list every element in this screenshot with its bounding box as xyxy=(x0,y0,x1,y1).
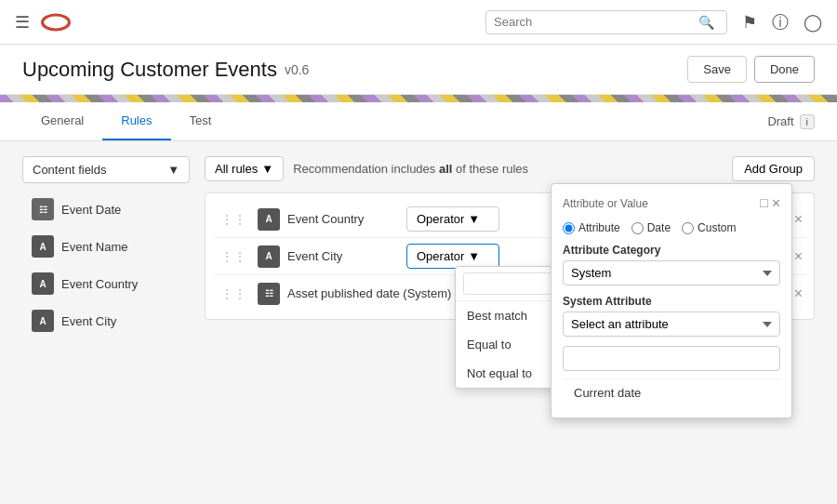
current-date-button[interactable]: Current date xyxy=(563,378,780,406)
field-label: Event City xyxy=(61,314,116,328)
add-group-button[interactable]: Add Group xyxy=(732,156,815,181)
svg-point-0 xyxy=(43,15,70,30)
field-label: Event Name xyxy=(61,240,128,254)
field-label: Event Date xyxy=(61,203,121,217)
attribute-text-input[interactable] xyxy=(563,346,780,371)
panel-close-icon[interactable]: × xyxy=(772,195,780,212)
tab-test[interactable]: Test xyxy=(171,102,231,140)
category-label: Attribute Category xyxy=(563,244,780,257)
system-attr-label: System Attribute xyxy=(563,295,780,308)
draft-label: Draft xyxy=(767,114,793,128)
attribute-panel: Attribute or Value □ × Attribute Date Cu… xyxy=(551,183,792,418)
field-grid-icon: ☷ xyxy=(32,198,54,220)
help-icon[interactable]: ⓘ xyxy=(772,11,789,33)
field-label: Event Country xyxy=(61,277,138,291)
oracle-logo xyxy=(41,13,71,32)
rules-area: All rules ▼ Recommendation includes all … xyxy=(205,156,815,482)
tabs-bar: General Rules Test Draft i xyxy=(0,102,837,141)
search-input[interactable] xyxy=(494,15,698,29)
rules-wrapper: ⋮⋮ A Event Country Operator ▼ × ⋮⋮ A Eve… xyxy=(205,192,815,320)
left-sidebar: Content fields ▼ ☷ Event Date A Event Na… xyxy=(22,156,190,482)
done-button[interactable]: Done xyxy=(754,56,815,83)
tabs: General Rules Test xyxy=(22,102,230,140)
decorative-banner xyxy=(0,95,837,102)
top-nav: ☰ 🔍 ⚑ ⓘ ◯ xyxy=(0,0,837,45)
field-text-icon: A xyxy=(32,235,54,258)
all-rules-button[interactable]: All rules ▼ xyxy=(205,156,284,181)
radio-attribute[interactable]: Attribute xyxy=(563,221,620,234)
user-icon[interactable]: ◯ xyxy=(804,12,822,33)
field-event-country[interactable]: A Event Country xyxy=(22,265,190,302)
nav-icons: ⚑ ⓘ ◯ xyxy=(742,11,822,33)
rule-field-icon-text: A xyxy=(258,208,280,231)
rules-description: Recommendation includes all of these rul… xyxy=(293,162,723,176)
field-text-icon: A xyxy=(32,310,54,332)
all-rules-chevron-icon: ▼ xyxy=(261,162,273,176)
rule-field-icon-grid: ☷ xyxy=(258,283,280,305)
draft-badge[interactable]: i xyxy=(800,114,815,129)
field-event-city[interactable]: A Event City xyxy=(22,302,190,339)
rule-field-name: Event City xyxy=(287,249,399,263)
attribute-panel-header: Attribute or Value □ × xyxy=(563,195,780,212)
content-area: Content fields ▼ ☷ Event Date A Event Na… xyxy=(0,141,837,497)
radio-custom[interactable]: Custom xyxy=(682,221,736,234)
hamburger-icon[interactable]: ☰ xyxy=(15,12,30,33)
rule-field-name: Asset published date (System) xyxy=(287,286,451,300)
operator-label: Operator xyxy=(417,249,464,263)
rule-close-button[interactable]: × xyxy=(794,248,803,265)
flag-icon[interactable]: ⚑ xyxy=(742,12,757,33)
rule-field-name: Event Country xyxy=(287,212,399,226)
radio-group: Attribute Date Custom xyxy=(563,221,780,234)
tab-status: Draft i xyxy=(767,103,815,140)
drag-handle-icon[interactable]: ⋮⋮ xyxy=(217,212,250,227)
rules-toolbar: All rules ▼ Recommendation includes all … xyxy=(205,156,815,181)
rule-close-button[interactable]: × xyxy=(794,211,803,228)
all-rules-label: All rules xyxy=(215,162,258,176)
field-event-date[interactable]: ☷ Event Date xyxy=(22,191,190,228)
dropdown-chevron-icon: ▼ xyxy=(167,163,179,177)
tab-rules[interactable]: Rules xyxy=(102,102,170,140)
operator-label: Operator xyxy=(417,212,464,226)
page-title: Upcoming Customer Events xyxy=(22,58,277,82)
rule-field-icon-text: A xyxy=(258,245,280,268)
panel-icons: □ × xyxy=(760,195,780,212)
category-select[interactable]: System User Context xyxy=(563,260,780,285)
search-bar[interactable]: 🔍 xyxy=(485,10,727,34)
drag-handle-icon[interactable]: ⋮⋮ xyxy=(217,249,250,264)
operator-chevron-icon: ▼ xyxy=(468,249,480,263)
content-fields-label: Content fields xyxy=(33,163,107,177)
drag-handle-icon[interactable]: ⋮⋮ xyxy=(217,286,250,301)
page-header: Upcoming Customer Events v0.6 Save Done xyxy=(0,45,837,95)
tab-general[interactable]: General xyxy=(22,102,102,140)
panel-resize-icon[interactable]: □ xyxy=(760,195,767,212)
field-event-name[interactable]: A Event Name xyxy=(22,228,190,265)
search-icon: 🔍 xyxy=(698,15,714,30)
attribute-panel-title: Attribute or Value xyxy=(563,197,648,210)
save-button[interactable]: Save xyxy=(687,56,747,83)
field-text-icon: A xyxy=(32,272,54,295)
operator-dropdown-button[interactable]: Operator ▼ xyxy=(406,206,499,232)
radio-date[interactable]: Date xyxy=(631,221,671,234)
content-fields-dropdown[interactable]: Content fields ▼ xyxy=(22,156,190,183)
rule-close-button[interactable]: × xyxy=(794,285,803,302)
operator-chevron-icon: ▼ xyxy=(468,212,480,226)
system-attribute-select[interactable]: Select an attribute xyxy=(563,312,780,337)
page-version: v0.6 xyxy=(285,62,309,77)
operator-dropdown-button-city[interactable]: Operator ▼ xyxy=(406,244,499,269)
